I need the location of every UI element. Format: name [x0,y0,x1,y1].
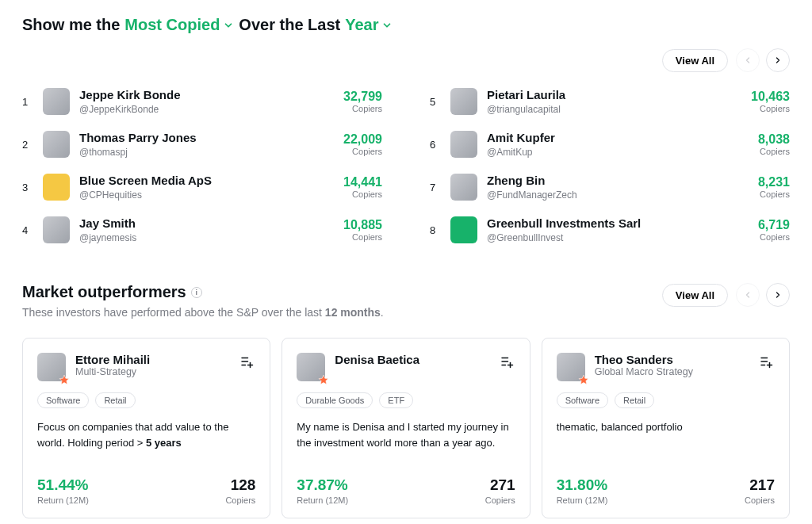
tag[interactable]: Retail [95,392,135,408]
next-button[interactable] [766,283,790,307]
avatar [450,131,477,158]
investor-row[interactable]: 7 Zheng Bin@FundManagerZech 8,231Copiers [430,166,790,208]
top-investors-list: 1 Jeppe Kirk Bonde @JeppeKirkBonde 32,79… [22,80,790,251]
card-name: Ettore Mihaili [75,353,150,366]
investor-rank: 6 [430,139,441,151]
investor-text: Jeppe Kirk Bonde @JeppeKirkBonde [79,88,334,115]
outperformers-cards: Ettore Mihaili Multi-Strategy Software R… [22,338,790,518]
investor-metric-label: Copiers [758,147,790,156]
investor-rank: 8 [430,224,441,236]
investor-column-1: 1 Jeppe Kirk Bonde @JeppeKirkBonde 32,79… [22,80,382,251]
investor-name: Pietari Laurila [487,88,741,102]
filter-heading: Show me the Most Copied Over the Last Ye… [22,16,790,34]
prev-button[interactable] [736,48,760,72]
investor-rank: 7 [430,182,441,193]
card-name: Theo Sanders [595,353,693,366]
investor-value: 8,231 [758,175,790,189]
top-investors-controls: View All [22,48,790,72]
prev-button[interactable] [736,283,760,307]
copiers-value: 217 [745,476,775,494]
investor-row[interactable]: 6 Amit Kupfer@AmitKup 8,038Copiers [430,123,790,166]
investor-value: 6,719 [758,218,790,232]
investor-value: 14,441 [343,175,382,189]
investor-row[interactable]: 1 Jeppe Kirk Bonde @JeppeKirkBonde 32,79… [22,80,382,123]
card-tags: Software Retail [37,392,255,408]
investor-metric-label: Copiers [343,104,382,113]
investor-value: 10,463 [751,90,790,104]
investor-name: Amit Kupfer [487,131,749,145]
filter-period-value: Year [345,16,378,34]
svg-marker-12 [579,375,588,384]
investor-value: 32,799 [343,90,382,104]
section-title: Market outperformers i [22,283,384,301]
add-to-list-icon[interactable] [238,353,255,373]
star-icon [59,374,70,385]
return-value: 37.87% [297,476,348,494]
view-all-button[interactable]: View All [662,49,728,72]
add-to-list-icon[interactable] [757,353,775,373]
avatar [43,131,70,158]
tag[interactable]: ETF [379,392,413,408]
investor-value: 8,038 [758,132,790,147]
outperformers-header: Market outperformers i These investors h… [22,283,790,319]
investor-name: Jeppe Kirk Bonde [79,88,334,102]
section-subtitle-suffix: . [381,306,384,319]
section-subtitle-bold: 12 months [325,306,381,319]
chevron-down-icon [381,20,393,31]
tag[interactable]: Durable Goods [297,392,373,408]
avatar [43,216,70,243]
return-label: Return (12M) [37,495,89,505]
investor-column-2: 5 Pietari Laurila@triangulacapital 10,46… [430,80,790,251]
copiers-value: 271 [485,476,515,494]
investor-row[interactable]: 4 Jay Smith@jaynemesis 10,885Copiers [22,208,382,251]
investor-metric-label: Copiers [343,232,382,242]
investor-handle: @jaynemesis [79,232,334,243]
card-tags: Durable Goods ETF [297,392,515,408]
tag[interactable]: Software [557,392,608,408]
pager-arrows [736,283,790,307]
next-button[interactable] [766,48,790,72]
investor-card[interactable]: Denisa Baetica Durable Goods ETF My name… [282,338,530,518]
investor-rank: 5 [430,96,441,108]
investor-name: Blue Screen Media ApS [79,174,334,188]
info-icon[interactable]: i [191,287,202,298]
card-description: Focus on companies that add value to the… [37,419,255,454]
card-name: Denisa Baetica [335,353,419,366]
investor-metric-label: Copiers [758,189,790,199]
investor-row[interactable]: 3 Blue Screen Media ApS@CPHequities 14,4… [22,166,382,208]
tag[interactable]: Software [37,392,89,408]
copiers-label: Copiers [745,495,775,505]
filter-metric-dropdown[interactable]: Most Copied [124,16,234,34]
investor-handle: @AmitKup [487,147,749,158]
avatar [43,174,70,201]
investor-card[interactable]: Ettore Mihaili Multi-Strategy Software R… [22,338,270,518]
investor-metric: 32,799 Copiers [343,90,382,113]
investor-row[interactable]: 2 Thomas Parry Jones@thomaspj 22,009Copi… [22,123,382,166]
star-icon [318,374,329,385]
section-subtitle: These investors have performed above the… [22,306,384,319]
avatar [557,353,585,381]
investor-metric-label: Copiers [758,232,790,242]
avatar [297,353,325,381]
card-strategy: Multi-Strategy [75,366,150,377]
pager-arrows [736,48,790,72]
card-description: My name is Denisa and I started my journ… [297,419,515,454]
investor-value: 22,009 [343,132,382,147]
investor-handle: @triangulacapital [487,104,741,115]
investor-name: Jay Smith [79,216,334,231]
section-title-text: Market outperformers [22,283,186,301]
card-description: thematic, balanced portfolio [557,419,775,454]
avatar [43,88,70,115]
tag[interactable]: Retail [615,392,654,408]
add-to-list-icon[interactable] [498,353,515,373]
investor-row[interactable]: 8 Greenbull Investments Sarl@GreenbullIn… [430,208,790,251]
investor-row[interactable]: 5 Pietari Laurila@triangulacapital 10,46… [430,80,790,123]
card-strategy: Global Macro Strategy [595,366,693,377]
card-tags: Software Retail [557,392,775,408]
view-all-button[interactable]: View All [662,284,728,307]
investor-card[interactable]: Theo Sanders Global Macro Strategy Softw… [542,338,790,518]
copiers-label: Copiers [225,495,255,505]
investor-name: Greenbull Investments Sarl [487,216,749,231]
filter-period-dropdown[interactable]: Year [345,16,393,34]
svg-marker-6 [319,375,328,384]
